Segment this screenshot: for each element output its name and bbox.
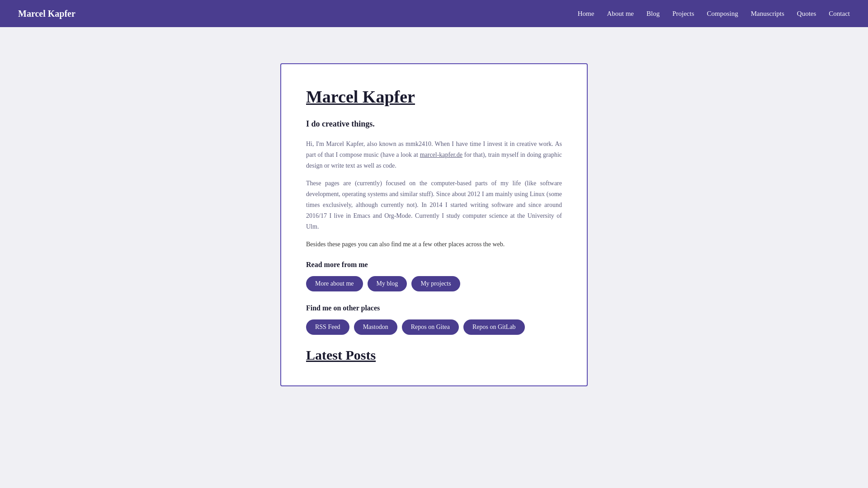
- nav-item-about-me[interactable]: About me: [607, 10, 634, 18]
- read-more-label: Read more from me: [306, 261, 562, 269]
- nav-item-composing[interactable]: Composing: [707, 10, 738, 18]
- marcel-kapfer-link[interactable]: marcel-kapfer.de: [420, 151, 462, 158]
- nav-item-contact[interactable]: Contact: [829, 10, 850, 18]
- read-more-btn-my-projects[interactable]: My projects: [411, 276, 460, 291]
- find-me-btn-rss-feed[interactable]: RSS Feed: [306, 319, 349, 335]
- nav-item-blog[interactable]: Blog: [646, 10, 660, 18]
- latest-posts-heading: Latest Posts: [306, 347, 562, 363]
- find-me-buttons: RSS FeedMastodonRepos on GiteaRepos on G…: [306, 319, 562, 335]
- page-heading: Marcel Kapfer: [306, 87, 562, 107]
- read-more-btn-more-about-me[interactable]: More about me: [306, 276, 363, 291]
- find-me-btn-mastodon[interactable]: Mastodon: [354, 319, 397, 335]
- site-title: Marcel Kapfer: [18, 9, 75, 19]
- intro-paragraph-1: Hi, I'm Marcel Kapfer, also known as mmk…: [306, 139, 562, 171]
- intro-paragraph-2: These pages are (currently) focused on t…: [306, 178, 562, 232]
- nav-item-home[interactable]: Home: [578, 10, 594, 18]
- content-card: Marcel Kapfer I do creative things. Hi, …: [280, 63, 588, 386]
- main-nav: HomeAbout meBlogProjectsComposingManuscr…: [578, 10, 850, 18]
- tagline: I do creative things.: [306, 119, 562, 129]
- besides-text: Besides these pages you can also find me…: [306, 239, 562, 250]
- nav-item-projects[interactable]: Projects: [672, 10, 694, 18]
- find-me-btn-repos-on-gitlab[interactable]: Repos on GitLab: [463, 319, 525, 335]
- find-me-label: Find me on other places: [306, 304, 562, 312]
- site-header: Marcel Kapfer HomeAbout meBlogProjectsCo…: [0, 0, 868, 27]
- read-more-buttons: More about meMy blogMy projects: [306, 276, 562, 291]
- nav-item-quotes[interactable]: Quotes: [797, 10, 816, 18]
- nav-item-manuscripts[interactable]: Manuscripts: [751, 10, 784, 18]
- page-wrapper: Marcel Kapfer I do creative things. Hi, …: [0, 27, 868, 413]
- read-more-btn-my-blog[interactable]: My blog: [368, 276, 407, 291]
- find-me-btn-repos-on-gitea[interactable]: Repos on Gitea: [402, 319, 459, 335]
